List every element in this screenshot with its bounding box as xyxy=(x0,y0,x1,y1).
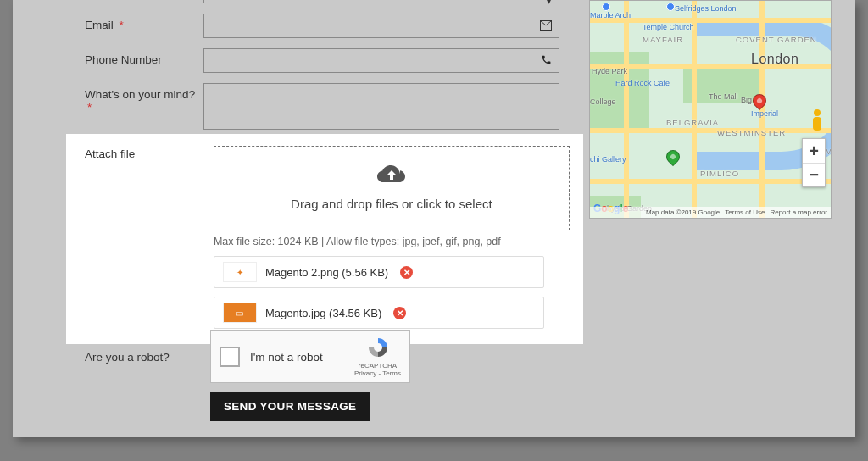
file-dropzone[interactable]: Drag and drop files or click to select xyxy=(214,146,570,230)
uploaded-file-row: ▭ Magento.jpg (34.56 KB) ✕ xyxy=(214,297,544,329)
recaptcha-brand: reCAPTCHA xyxy=(359,362,397,369)
upload-cloud-icon xyxy=(377,165,406,192)
captcha-row: Are you a robot? I'm not a robot reCAPTC… xyxy=(85,330,410,383)
poi-themall: The Mall xyxy=(709,92,738,101)
attach-section: Attach file Drag and drop files or click… xyxy=(66,134,583,344)
recaptcha-checkbox[interactable] xyxy=(220,347,240,367)
dropzone-container: Drag and drop files or click to select M… xyxy=(214,146,553,329)
phone-label: Phone Number xyxy=(85,48,203,66)
map-attribution: Map data ©2019 Google Terms of Use Repor… xyxy=(590,207,831,218)
map-area-belgravia: BELGRAVIA xyxy=(666,118,719,127)
recaptcha-legal: Privacy - Terms xyxy=(354,369,401,377)
zoom-out-button[interactable]: − xyxy=(803,163,825,186)
map-area-pimlico: PIMLICO xyxy=(700,169,739,178)
recaptcha-badge-icon xyxy=(367,336,389,362)
phone-input[interactable] xyxy=(211,54,552,67)
map-widget[interactable]: London MAYFAIR COVENT GARDEN BELGRAVIA W… xyxy=(589,0,832,219)
file-name-2: Magento.jpg (34.56 KB) xyxy=(265,307,381,319)
poi-college: College xyxy=(590,97,616,106)
email-label-text: Email xyxy=(85,19,114,31)
form-fields: ▾ Email * Phone Number xyxy=(85,0,559,135)
poi-hydepark: Hyde Park xyxy=(592,67,627,75)
recaptcha-text: I'm not a robot xyxy=(250,351,349,364)
required-marker: * xyxy=(87,101,92,114)
poi-bigben: Big xyxy=(741,96,752,104)
attach-hint: Max file size: 1024 KB | Allow file type… xyxy=(214,236,553,247)
input-top-el[interactable] xyxy=(211,0,552,7)
uploaded-file-row: ✦ Magento 2.png (5.56 KB) ✕ xyxy=(214,256,544,288)
field-row-phone: Phone Number xyxy=(85,43,559,78)
poi-hardrock: Hard Rock Cafe xyxy=(615,79,670,87)
map-zoom-control: + − xyxy=(802,138,826,187)
send-message-button[interactable]: SEND YOUR MESSAGE xyxy=(210,392,370,421)
dropzone-text: Drag and drop files or click to select xyxy=(291,197,492,211)
poi-marble-arch: Marble Arch xyxy=(590,11,631,19)
phone-label-text: Phone Number xyxy=(85,53,162,66)
message-textarea[interactable] xyxy=(203,83,559,130)
field-row-email: Email * xyxy=(85,8,559,43)
streetview-pegman[interactable] xyxy=(809,109,826,133)
email-input[interactable] xyxy=(211,19,552,32)
map-report-link[interactable]: Report a map error xyxy=(770,208,827,216)
phone-icon xyxy=(541,54,552,68)
map-terms-link[interactable]: Terms of Use xyxy=(725,208,765,216)
message-label-text: What's on your mind? xyxy=(85,88,195,101)
robot-label: Are you a robot? xyxy=(85,330,210,383)
poi-marker xyxy=(666,3,675,11)
map-area-mayfair: MAYFAIR xyxy=(643,35,683,44)
map-city-label: London xyxy=(751,52,798,67)
map-data-text: Map data ©2019 Google xyxy=(646,208,720,216)
envelope-icon xyxy=(540,19,552,33)
map-background xyxy=(590,1,831,218)
message-label: What's on your mind? * xyxy=(85,83,203,114)
recaptcha-widget: I'm not a robot reCAPTCHA Privacy - Term… xyxy=(210,330,410,383)
phone-input-wrap[interactable] xyxy=(203,48,559,73)
remove-file-button[interactable]: ✕ xyxy=(400,266,413,279)
zoom-in-button[interactable]: + xyxy=(803,139,825,163)
generic-icon: ▾ xyxy=(546,0,552,7)
field-row-top: ▾ xyxy=(85,0,559,8)
file-thumbnail: ▭ xyxy=(223,303,257,323)
email-label: Email * xyxy=(85,14,203,31)
map-area-westminster: WESTMINSTER xyxy=(717,128,786,137)
field-row-message: What's on your mind? * xyxy=(85,78,559,135)
file-name-1: Magento 2.png (5.56 KB) xyxy=(265,266,388,279)
poi-temple: Temple Church xyxy=(643,23,694,31)
input-top[interactable]: ▾ xyxy=(203,0,559,3)
poi-gallery: chi Gallery xyxy=(590,155,626,164)
attach-label: Attach file xyxy=(85,146,210,160)
page-container: ▾ Email * Phone Number xyxy=(13,0,855,437)
file-thumbnail: ✦ xyxy=(223,262,257,282)
remove-file-button[interactable]: ✕ xyxy=(393,307,406,319)
poi-marker xyxy=(602,3,610,11)
email-input-wrap[interactable] xyxy=(203,14,559,38)
poi-imperial: Imperial xyxy=(751,109,778,118)
field-label-top xyxy=(85,0,203,2)
poi-selfridges: Selfridges London xyxy=(675,4,737,13)
required-marker: * xyxy=(120,19,124,31)
recaptcha-logo: reCAPTCHA Privacy - Terms xyxy=(354,336,401,377)
map-area-covent: COVENT GARDEN xyxy=(736,35,817,44)
